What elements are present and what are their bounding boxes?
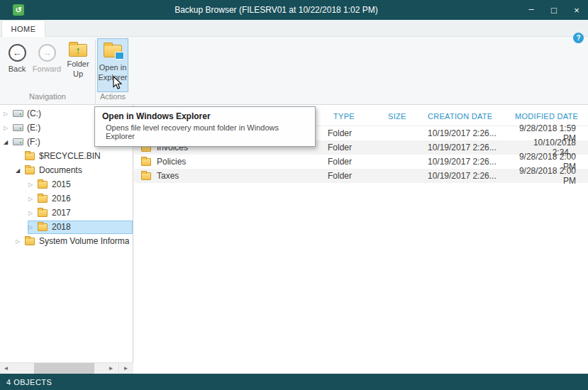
explorer-window-icon <box>115 52 124 60</box>
tooltip-title: Open in Windows Explorer <box>102 111 308 121</box>
folder-up-button[interactable]: ↑ Folder Up <box>64 43 92 79</box>
help-button[interactable]: ? <box>573 33 584 43</box>
tooltip-body: Opens file level recovery mount folder i… <box>102 123 308 140</box>
file-name: Policies <box>157 157 186 167</box>
folder-icon <box>25 167 35 174</box>
file-creation-date: 10/19/2017 2:26... <box>425 171 515 181</box>
scroll-right-button[interactable]: ► <box>105 363 117 374</box>
folder-icon <box>141 172 151 180</box>
folder-icon <box>25 152 35 160</box>
file-type: Folder <box>327 171 388 181</box>
minimize-icon: – <box>528 4 533 14</box>
ribbon: ← Back → Forward ↑ Folder Up Open in Exp… <box>0 37 588 105</box>
expander-icon[interactable]: ▷ <box>28 196 38 202</box>
forward-icon: → <box>38 44 56 62</box>
maximize-button[interactable]: □ <box>543 0 565 20</box>
file-creation-date: 10/19/2017 2:26... <box>425 157 515 167</box>
expander-icon[interactable]: ◢ <box>16 167 25 174</box>
folder-icon <box>38 223 48 231</box>
tree-item-2017[interactable]: ▷ 2017 <box>0 206 133 220</box>
table-row-taxes[interactable]: Taxes Folder 10/19/2017 2:26... 9/28/201… <box>134 169 588 183</box>
minimize-button[interactable]: – <box>520 0 543 20</box>
folder-up-label-line1: Folder <box>64 60 92 69</box>
file-type: Folder <box>327 128 388 138</box>
back-icon: ← <box>9 44 26 62</box>
back-button[interactable]: ← Back <box>4 44 30 74</box>
folder-icon <box>38 181 48 189</box>
tree-item-recycle-bin[interactable]: $RECYCLE.BIN <box>0 149 133 163</box>
ribbon-tab-strip: HOME <box>0 20 588 37</box>
up-arrow-icon: ↑ <box>70 44 87 57</box>
file-type: Folder <box>327 157 388 167</box>
forward-label: Forward <box>31 65 62 74</box>
file-creation-date: 10/19/2017 2:26... <box>425 128 515 138</box>
expander-icon[interactable]: ▷ <box>16 238 25 245</box>
maximize-icon: □ <box>551 5 557 16</box>
expander-icon[interactable]: ▷ <box>4 125 13 131</box>
open-in-explorer-label-line2: Explorer <box>98 73 128 83</box>
backup-browser-window: ↺ Backup Browser (FILESRV01 at 10/22/201… <box>0 0 588 390</box>
scroll-thumb[interactable] <box>34 363 94 374</box>
expander-icon[interactable]: ▷ <box>28 182 38 188</box>
file-type: Folder <box>327 143 388 152</box>
folder-up-icon: ↑ <box>69 44 87 57</box>
tree-item-2016[interactable]: ▷ 2016 <box>0 191 133 206</box>
file-creation-date: 10/19/2017 2:26... <box>425 143 515 152</box>
group-label-navigation: Navigation <box>0 92 95 101</box>
expander-icon[interactable]: ▷ <box>28 210 38 216</box>
file-name: Taxes <box>157 171 179 181</box>
file-modified-date: 9/28/2018 2:00 PM <box>515 166 588 186</box>
scroll-track[interactable] <box>12 363 105 374</box>
scroll-left-button[interactable]: ◄ <box>0 363 12 374</box>
tree-item-2018[interactable]: ▷ 2018 <box>0 220 133 234</box>
drive-icon <box>13 110 23 117</box>
close-icon: × <box>574 5 579 16</box>
status-bar: 4 OBJECTS <box>0 374 588 390</box>
open-in-explorer-button[interactable]: Open in Explorer <box>97 38 128 92</box>
tree-item-system-volume-information[interactable]: ▷ System Volume Informa <box>0 234 133 248</box>
open-in-explorer-label-line1: Open in <box>98 63 128 73</box>
group-label-actions: Actions <box>96 92 130 101</box>
back-label: Back <box>4 65 30 74</box>
forward-button[interactable]: → Forward <box>31 44 62 74</box>
window-title: Backup Browser (FILESRV01 at 10/22/2018 … <box>43 0 510 20</box>
tab-home[interactable]: HOME <box>1 20 45 37</box>
folder-icon <box>25 238 35 245</box>
tree-item-documents[interactable]: ◢ Documents <box>0 163 133 177</box>
column-header-creation-date[interactable]: CREATION DATE <box>425 112 515 121</box>
drive-icon <box>13 124 23 131</box>
column-header-type[interactable]: TYPE <box>327 112 388 121</box>
open-in-explorer-icon <box>104 45 122 57</box>
title-bar: ↺ Backup Browser (FILESRV01 at 10/22/201… <box>0 0 588 20</box>
list-scroll-left-edge-button[interactable]: ► <box>118 362 133 374</box>
expander-icon[interactable]: ▷ <box>28 224 38 230</box>
drive-icon <box>13 138 23 145</box>
expander-icon[interactable]: ▷ <box>4 111 13 117</box>
folder-up-label-line2: Up <box>64 69 92 79</box>
folder-icon <box>141 158 151 166</box>
object-count: 4 OBJECTS <box>6 378 52 386</box>
window-controls: – □ × <box>520 0 588 20</box>
column-header-size[interactable]: SIZE <box>388 112 425 121</box>
tooltip: Open in Windows Explorer Opens file leve… <box>94 106 316 147</box>
column-header-modified-date[interactable]: MODIFIED DATE <box>515 112 588 121</box>
tree-horizontal-scrollbar[interactable]: ◄ ► <box>0 362 117 374</box>
tree-item-2015[interactable]: ▷ 2015 <box>0 177 133 191</box>
close-button[interactable]: × <box>565 0 588 20</box>
app-icon: ↺ <box>13 4 24 16</box>
app-icon-glyph: ↺ <box>15 6 21 14</box>
folder-icon <box>38 209 48 217</box>
expander-icon[interactable]: ◢ <box>4 139 13 145</box>
folder-icon <box>38 195 48 203</box>
